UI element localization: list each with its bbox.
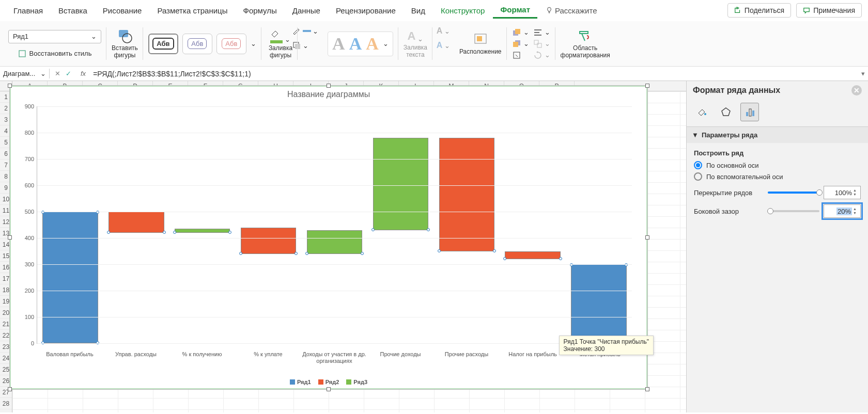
pen-icon xyxy=(292,26,301,36)
bar-segment[interactable] xyxy=(109,212,164,233)
rotate-button[interactable]: ⌄ xyxy=(533,51,550,60)
legend[interactable]: Ряд1 Ряд2 Ряд3 xyxy=(10,379,647,385)
tab-format[interactable]: Формат xyxy=(493,2,537,19)
tab-draw[interactable]: Рисование xyxy=(96,3,149,18)
text-effects-button[interactable]: A ⌄ xyxy=(437,41,450,50)
chevron-down-icon[interactable]: ⌄ xyxy=(285,36,290,43)
pane-title: Формат ряда данных xyxy=(693,86,780,95)
shape-style-2[interactable]: Абв xyxy=(182,34,212,54)
resize-handle[interactable] xyxy=(8,84,12,88)
bar-segment[interactable] xyxy=(241,228,296,254)
accept-formula-icon[interactable]: ✓ xyxy=(66,70,71,77)
share-button[interactable]: Поделиться xyxy=(727,3,791,18)
tab-insert[interactable]: Вставка xyxy=(51,3,95,18)
row-header[interactable]: 28 xyxy=(0,398,12,409)
bar-segment[interactable] xyxy=(175,232,230,233)
bring-forward-button[interactable]: ⌄ xyxy=(512,28,529,37)
align-button[interactable]: ⌄ xyxy=(533,28,550,37)
gap-label: Боковой зазор xyxy=(694,208,764,215)
pentagon-icon xyxy=(721,107,731,117)
shape-outline-button[interactable]: ⌄ xyxy=(292,26,318,36)
group-icon xyxy=(533,39,542,49)
comments-button[interactable]: Примечания xyxy=(796,3,862,18)
legend-item[interactable]: Ряд1 xyxy=(290,379,311,385)
overlap-slider[interactable] xyxy=(768,192,819,194)
shape-style-1[interactable]: Абв xyxy=(148,34,178,54)
bar-segment[interactable] xyxy=(307,230,362,254)
bar-segment[interactable] xyxy=(439,251,494,251)
tab-layout[interactable]: Разметка страницы xyxy=(150,3,235,18)
chart-object[interactable]: Название диаграммы 010020030040050060070… xyxy=(9,85,648,390)
gap-slider[interactable] xyxy=(768,210,819,212)
overlap-input[interactable]: 100% ▲▼ xyxy=(824,186,861,199)
pane-tab-effects[interactable] xyxy=(717,103,735,121)
tab-view[interactable]: Вид xyxy=(404,3,432,18)
resize-handle[interactable] xyxy=(327,84,331,88)
group-button[interactable]: ⌄ xyxy=(533,39,550,49)
tab-designer[interactable]: Конструктор xyxy=(433,3,492,18)
svg-rect-12 xyxy=(537,43,541,47)
wordart-style-2[interactable]: A xyxy=(349,34,362,54)
bar-segment[interactable] xyxy=(109,232,164,233)
legend-item[interactable]: Ряд2 xyxy=(318,379,339,385)
resize-handle[interactable] xyxy=(645,387,649,391)
y-tick: 900 xyxy=(17,103,34,109)
formula-input[interactable]: =РЯД(;Лист2!$B$3:$B$11;Лист2!$C$3:$C$11;… xyxy=(90,70,858,78)
plot-area[interactable]: 0100200300400500600700800900 xyxy=(37,106,632,344)
resize-handle[interactable] xyxy=(8,235,12,240)
bar-segment[interactable] xyxy=(571,264,626,343)
chart-title[interactable]: Название диаграммы xyxy=(10,86,647,103)
selection-pane-button[interactable] xyxy=(512,51,529,60)
shape-fill-button[interactable]: ⌄ xyxy=(270,28,290,43)
bar-segment[interactable] xyxy=(42,212,98,343)
secondary-axis-radio[interactable]: По вспомогательной оси xyxy=(694,172,861,181)
gap-input[interactable]: 20% ▲▼ xyxy=(824,204,861,218)
spinner-icon[interactable]: ▲▼ xyxy=(853,205,859,217)
wordart-style-3[interactable]: A xyxy=(366,34,379,54)
primary-axis-radio[interactable]: По основной оси xyxy=(694,161,861,169)
bar-segment[interactable] xyxy=(439,138,494,251)
spinner-icon[interactable]: ▲▼ xyxy=(853,186,859,199)
tab-data[interactable]: Данные xyxy=(285,3,328,18)
gallery-more-icon[interactable]: ⌄ xyxy=(251,40,256,47)
worksheet[interactable]: ABCDEFGHIJKLMNOP 12345678910111213141516… xyxy=(0,81,686,412)
format-pane-button[interactable]: Область форматирования xyxy=(561,28,610,58)
row-header[interactable]: 29 xyxy=(0,409,12,412)
tab-review[interactable]: Рецензирование xyxy=(329,3,403,18)
bar-segment[interactable] xyxy=(505,259,560,259)
shape-effects-button[interactable]: ⌄ xyxy=(292,41,318,50)
send-backward-button[interactable]: ⌄ xyxy=(512,39,529,49)
text-outline-button[interactable]: A ⌄ xyxy=(437,26,450,36)
bar-segment[interactable] xyxy=(373,230,428,230)
close-pane-button[interactable]: ✕ xyxy=(851,85,862,95)
chevron-down-icon[interactable]: ⌄ xyxy=(383,40,389,47)
tab-home[interactable]: Главная xyxy=(6,3,50,18)
section-toggle[interactable]: ▼ Параметры ряда xyxy=(687,127,868,143)
fx-icon[interactable]: fx xyxy=(76,70,90,77)
build-series-label: Построить ряд xyxy=(694,149,861,157)
wordart-style-1[interactable]: A xyxy=(332,34,345,54)
legend-item[interactable]: Ряд3 xyxy=(346,379,367,385)
expand-formula-icon[interactable]: ▾ xyxy=(858,70,868,77)
name-box[interactable]: Диаграм...⌄ xyxy=(0,69,50,78)
cancel-formula-icon[interactable]: ✕ xyxy=(55,70,60,77)
chart-element-selector[interactable]: Ряд1 ⌄ xyxy=(8,30,101,43)
bar-segment[interactable] xyxy=(505,251,560,259)
pane-tab-series[interactable] xyxy=(740,103,759,121)
shape-style-3[interactable]: Абв xyxy=(216,34,246,54)
text-fill-button[interactable]: A⌄ xyxy=(407,29,423,43)
restore-style-button[interactable]: Восстановить стиль xyxy=(18,50,92,58)
resize-handle[interactable] xyxy=(645,84,649,88)
bar-segment[interactable] xyxy=(307,253,362,254)
resize-handle[interactable] xyxy=(327,387,331,391)
tab-tell-me[interactable]: Расскажите xyxy=(538,3,605,18)
arrange-placement-button[interactable]: Расположение xyxy=(459,32,502,55)
insert-shapes-button[interactable]: Вставить фигуры xyxy=(112,28,138,58)
resize-handle[interactable] xyxy=(8,387,12,391)
tab-formulas[interactable]: Формулы xyxy=(236,3,284,18)
bar-segment[interactable] xyxy=(373,138,428,230)
wordart-gallery[interactable]: A A A ⌄ xyxy=(328,31,393,56)
pane-tab-fill[interactable] xyxy=(693,103,711,121)
bar-segment[interactable] xyxy=(241,253,296,254)
resize-handle[interactable] xyxy=(645,235,649,240)
